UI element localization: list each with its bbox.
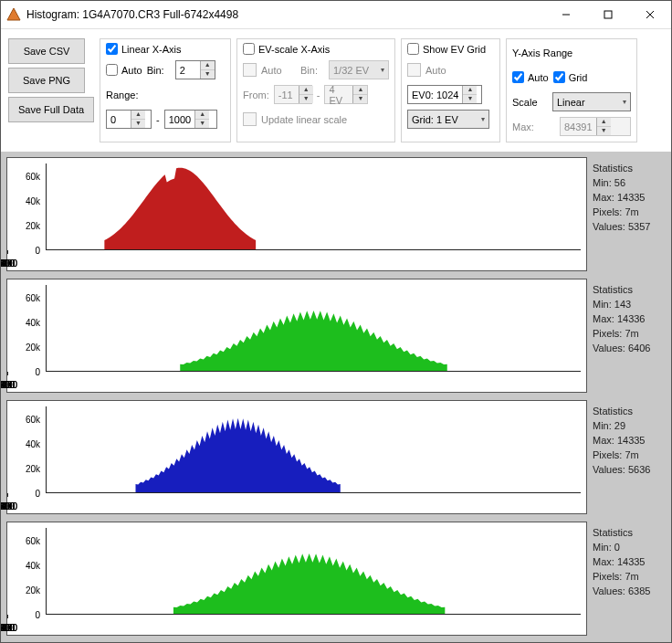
show-ev-grid-checkbox[interactable]: Show EV Grid xyxy=(407,43,494,55)
save-full-data-button[interactable]: Save Full Data xyxy=(8,97,94,122)
ev0-input[interactable]: EV0: 1024▲▼ xyxy=(407,85,482,104)
statistics: StatisticsMin: 0Max: 14335Pixels: 7mValu… xyxy=(593,522,666,636)
grid-auto-checkbox xyxy=(407,63,421,77)
linear-xaxis-group: Linear X-Axis Auto Bin: 2▲▼ Range: 0▲▼ -… xyxy=(100,38,231,142)
show-ev-grid-group: Show EV Grid Auto EV0: 1024▲▼ Grid: 1 EV… xyxy=(401,38,500,142)
titlebar: Histogram: 1G4A7070.CR3 Full-6742x4498 xyxy=(1,1,671,29)
svg-marker-0 xyxy=(7,8,20,20)
histogram-chart: 60k40k20k0010020030040050060070080090010… xyxy=(6,400,587,514)
y-axis-range-group: Y-Axis Range Auto Grid Scale Linear▾ Max… xyxy=(506,38,637,142)
save-png-button[interactable]: Save PNG xyxy=(8,68,85,93)
svg-marker-6 xyxy=(180,311,447,371)
range-from-input[interactable]: 0▲▼ xyxy=(106,110,152,129)
app-icon xyxy=(6,7,21,22)
histogram-chart: 60k40k20k0010020030040050060070080090010… xyxy=(6,279,587,393)
histogram-chart: 60k40k20k0010020030040050060070080090010… xyxy=(6,522,587,636)
statistics: StatisticsMin: 143Max: 14336Pixels: 7mVa… xyxy=(593,279,666,393)
statistics: StatisticsMin: 56Max: 14335Pixels: 7mVal… xyxy=(593,157,666,271)
maximize-button[interactable] xyxy=(587,1,629,28)
linear-xaxis-checkbox[interactable]: Linear X-Axis xyxy=(106,43,225,55)
ev-auto-checkbox-disabled xyxy=(243,63,257,77)
ev-bin-select: 1/32 EV▾ xyxy=(329,60,389,79)
minimize-button[interactable] xyxy=(545,1,587,28)
toolbar: Save CSV Save PNG Save Full Data Linear … xyxy=(1,29,671,152)
ev-to-input: 4 EV▲▼ xyxy=(324,85,368,104)
window-title: Histogram: 1G4A7070.CR3 Full-6742x4498 xyxy=(26,8,238,21)
y-axis-range-label: Y-Axis Range xyxy=(512,47,572,58)
y-grid-checkbox[interactable]: Grid xyxy=(553,71,588,83)
ev-scale-group: EV-scale X-Axis Auto Bin: 1/32 EV▾ From:… xyxy=(236,38,395,142)
scale-select[interactable]: Linear▾ xyxy=(552,92,631,111)
svg-marker-5 xyxy=(104,168,256,249)
svg-marker-7 xyxy=(136,418,341,492)
ev-from-input: -11▲▼ xyxy=(274,85,312,104)
y-auto-checkbox[interactable]: Auto xyxy=(512,71,549,83)
statistics: StatisticsMin: 29Max: 14335Pixels: 7mVal… xyxy=(593,400,666,514)
range-label: Range: xyxy=(106,90,138,100)
histogram-chart: 60k40k20k0010020030040050060070080090010… xyxy=(6,157,587,271)
ev-scale-checkbox[interactable]: EV-scale X-Axis xyxy=(243,43,389,55)
update-linear-scale-checkbox xyxy=(243,112,257,126)
scale-label: Scale xyxy=(512,97,538,108)
close-button[interactable] xyxy=(629,1,671,28)
bin-input[interactable]: 2▲▼ xyxy=(175,60,215,79)
svg-marker-8 xyxy=(173,553,445,614)
y-max-input: 84391▲▼ xyxy=(560,117,631,136)
range-to-input[interactable]: 1000▲▼ xyxy=(164,110,217,129)
grid-select[interactable]: Grid: 1 EV▾ xyxy=(407,110,489,129)
bin-label: Bin: xyxy=(147,65,171,76)
svg-rect-2 xyxy=(604,11,612,18)
save-csv-button[interactable]: Save CSV xyxy=(8,38,85,64)
linear-auto-checkbox[interactable]: Auto xyxy=(106,64,142,76)
